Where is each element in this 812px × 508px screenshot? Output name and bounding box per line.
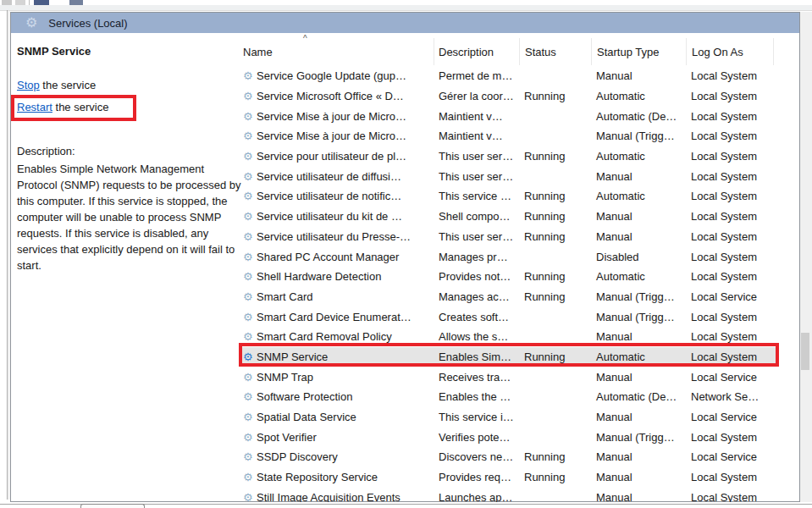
service-description: This user ser… [434, 150, 519, 163]
service-row[interactable]: ⚙Service Google Update (gup…Permet de m…… [240, 66, 800, 86]
service-row[interactable]: ⚙SNMP TrapReceives tra…ManualLocal Servi… [240, 367, 800, 387]
annotation-red-box-snmp-row [239, 343, 779, 367]
sort-ascending-indicator: ^ [303, 34, 307, 43]
service-description: This service … [434, 190, 519, 202]
service-logon-as: Local System [686, 491, 787, 502]
service-row[interactable]: ⚙Service Microsoft Office « D…Gérer la c… [240, 86, 800, 107]
service-startup-type: Manual [591, 210, 686, 223]
service-startup-type: Manual [591, 471, 686, 483]
tab-extended[interactable] [80, 504, 145, 508]
service-gear-icon: ⚙ [243, 230, 257, 243]
service-gear-icon: ⚙ [243, 491, 257, 502]
service-logon-as: Local System [686, 471, 787, 483]
service-row[interactable]: ⚙Service Mise à jour de Micro…Maintient … [240, 126, 800, 146]
service-logon-as: Local System [686, 190, 787, 202]
service-row[interactable]: ⚙Shared PC Account ManagerManages pr…Dis… [240, 246, 800, 267]
service-row[interactable]: ⚙Smart Card Device Enumerat…Creates soft… [240, 306, 800, 327]
column-separator[interactable] [591, 38, 592, 65]
service-row[interactable]: ⚙Service utilisateur de notific…This ser… [240, 186, 800, 207]
service-description: Shell compo… [434, 210, 519, 223]
service-gear-icon: ⚙ [243, 311, 257, 323]
service-description: This user ser… [434, 230, 519, 243]
service-gear-icon: ⚙ [243, 431, 257, 444]
service-status: Running [519, 230, 591, 243]
service-status: Running [519, 90, 591, 102]
service-description: This user ser… [434, 170, 519, 183]
service-name: Service utilisateur du Presse-… [257, 230, 411, 243]
column-header-status[interactable]: Status [525, 46, 556, 58]
column-header-name[interactable]: Name [243, 46, 273, 58]
service-logon-as: Local Service [686, 450, 787, 463]
service-gear-icon: ⚙ [243, 251, 257, 263]
service-name: Service utilisateur de diffusi… [257, 170, 401, 183]
service-status: Running [519, 290, 591, 303]
service-name: Smart Card [257, 290, 312, 303]
column-header-log-on-as[interactable]: Log On As [692, 46, 743, 58]
service-startup-type: Manual (Trigg… [591, 290, 686, 303]
service-gear-icon: ⚙ [243, 170, 257, 183]
service-startup-type: Manual (Trigg… [591, 130, 686, 142]
service-gear-icon: ⚙ [243, 130, 257, 142]
service-row[interactable]: ⚙Service utilisateur du kit de …Shell co… [240, 207, 800, 227]
services-gear-icon: ⚙ [25, 16, 37, 30]
stop-service-link[interactable]: Stop [17, 79, 40, 91]
service-row[interactable]: ⚙Software ProtectionEnables the …Automat… [240, 387, 800, 407]
service-row[interactable]: ⚙Shell Hardware DetectionProvides not…Ru… [240, 267, 800, 287]
service-startup-type: Automatic (De… [591, 390, 686, 403]
service-name: Service Google Update (gup… [257, 69, 406, 82]
vertical-scrollbar-thumb[interactable] [801, 333, 809, 370]
service-description: Creates soft… [434, 311, 519, 323]
column-separator[interactable] [519, 38, 520, 65]
service-logon-as: Local System [686, 431, 787, 444]
service-name: Shared PC Account Manager [257, 251, 399, 263]
service-name: Service utilisateur de notific… [257, 190, 401, 202]
service-logon-as: Local System [686, 90, 787, 102]
service-startup-type: Manual [591, 450, 686, 463]
service-gear-icon: ⚙ [243, 450, 257, 463]
service-row[interactable]: ⚙Spatial Data ServiceThis service i…Manu… [240, 407, 800, 428]
service-name: Spot Verifier [257, 431, 317, 444]
service-name: Service Mise à jour de Micro… [257, 130, 406, 142]
stop-service-suffix: the service [40, 79, 96, 91]
service-gear-icon: ⚙ [243, 210, 257, 223]
service-logon-as: Local System [686, 251, 787, 263]
service-row[interactable]: ⚙Service Mise à jour de Micro…Maintient … [240, 106, 800, 126]
column-separator[interactable] [773, 38, 774, 65]
service-description: Maintient v… [434, 110, 519, 123]
column-separator[interactable] [686, 38, 687, 65]
service-startup-type: Manual [591, 170, 686, 183]
service-name: Service Mise à jour de Micro… [257, 110, 406, 123]
service-status: Running [519, 270, 591, 283]
service-name: State Repository Service [257, 471, 378, 483]
service-gear-icon: ⚙ [243, 371, 257, 384]
service-startup-type: Manual [591, 330, 686, 343]
service-startup-type: Manual (Trigg… [591, 431, 686, 444]
service-startup-type: Automatic [591, 90, 686, 102]
service-startup-type: Manual (Trigg… [591, 311, 686, 323]
service-row[interactable]: ⚙Smart CardManages ac…RunningManual (Tri… [240, 287, 800, 307]
service-row[interactable]: ⚙SSDP DiscoveryDiscovers ne…RunningManua… [240, 447, 800, 467]
service-gear-icon: ⚙ [243, 330, 257, 343]
service-logon-as: Local Service [686, 290, 787, 303]
vertical-scrollbar-track[interactable] [800, 12, 812, 502]
service-description: Enables the … [434, 390, 519, 403]
service-startup-type: Disabled [591, 251, 686, 263]
service-description: Maintient v… [434, 130, 519, 142]
column-header-description[interactable]: Description [439, 46, 494, 58]
description-text: Enables Simple Network Management Protoc… [17, 161, 243, 273]
column-header-startup-type[interactable]: Startup Type [597, 46, 659, 58]
service-row[interactable]: ⚙Service utilisateur du Presse-…This use… [240, 227, 800, 247]
service-row[interactable]: ⚙Service utilisateur de diffusi…This use… [240, 166, 800, 186]
service-row[interactable]: ⚙Spot VerifierVerifies pote…Manual (Trig… [240, 427, 800, 447]
service-description: Receives tra… [434, 371, 519, 384]
service-row[interactable]: ⚙Still Image Acquisition EventsLaunches … [240, 487, 800, 502]
service-gear-icon: ⚙ [243, 110, 257, 123]
service-status: Running [519, 450, 591, 463]
service-row[interactable]: ⚙State Repository ServiceProvides req…Ru… [240, 467, 800, 488]
service-row[interactable]: ⚙Service pour utilisateur de pl…This use… [240, 146, 800, 167]
service-description: Provides not… [434, 270, 519, 283]
column-separator[interactable] [434, 38, 434, 65]
service-name: Smart Card Removal Policy [257, 330, 392, 343]
service-startup-type: Automatic [591, 150, 686, 163]
description-label: Description: [17, 145, 75, 157]
